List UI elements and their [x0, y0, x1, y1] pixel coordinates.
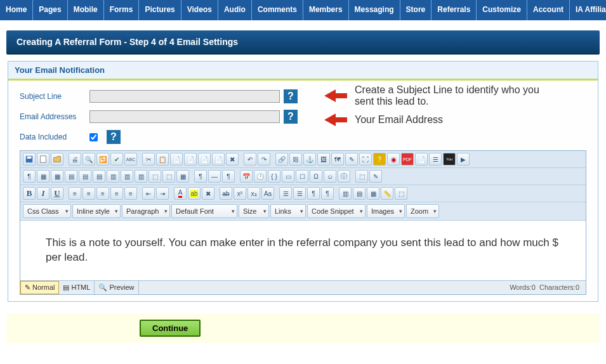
smallcaps-icon[interactable]: Aa	[261, 187, 274, 200]
subscript-icon[interactable]: x₂	[247, 187, 260, 200]
select-all-icon[interactable]: ⬚	[355, 170, 368, 183]
delete-col-icon[interactable]: ▥	[135, 170, 147, 183]
underline-button[interactable]: U	[51, 187, 63, 200]
nav-pictures[interactable]: Pictures	[139, 0, 181, 20]
outdent-icon[interactable]: ⇤	[142, 187, 155, 200]
nav-comments[interactable]: Comments	[252, 0, 303, 20]
data-included-help-button[interactable]: ?	[107, 130, 121, 144]
nav-members[interactable]: Members	[303, 0, 349, 20]
backcolor-icon[interactable]: ab	[188, 187, 201, 200]
inline-style-dropdown[interactable]: Inline style	[72, 204, 121, 218]
nav-home[interactable]: Home	[0, 0, 33, 20]
nav-messaging[interactable]: Messaging	[349, 0, 400, 20]
dropcap-icon[interactable]: ¶	[23, 170, 36, 183]
about-icon[interactable]: ⓘ	[338, 170, 350, 183]
zoom-dropdown[interactable]: Zoom	[406, 204, 439, 218]
link-icon[interactable]: 🔗	[275, 153, 288, 166]
template-icon[interactable]: ☰	[429, 153, 442, 166]
image-map-icon[interactable]: 🗺	[331, 153, 344, 166]
subject-help-button[interactable]: ?	[284, 89, 298, 103]
nav-store[interactable]: Store	[400, 0, 432, 20]
italic-button[interactable]: I	[37, 187, 49, 200]
clear-format-icon[interactable]: ✖	[226, 153, 239, 166]
flash-icon[interactable]: ◉	[387, 153, 400, 166]
split-cell-icon[interactable]: ⬚	[162, 170, 175, 183]
forecolor-icon[interactable]: A	[174, 187, 187, 200]
unlink-icon[interactable]: ⛓	[289, 153, 302, 166]
css-class-dropdown[interactable]: Css Class	[23, 204, 71, 218]
paste-text-icon[interactable]: 📄	[184, 153, 197, 166]
editor-content[interactable]: This is a note to yourself. You can make…	[20, 221, 586, 280]
ruler-icon[interactable]: 📏	[381, 187, 393, 200]
nav-mobile[interactable]: Mobile	[68, 0, 104, 20]
copy-icon[interactable]: 📋	[156, 153, 169, 166]
strike-icon[interactable]: ab	[220, 187, 232, 200]
images-dropdown[interactable]: Images	[367, 204, 405, 218]
youtube-icon[interactable]: You	[443, 153, 456, 166]
nav-account[interactable]: Account	[527, 0, 570, 20]
row-layout-icon[interactable]: ▤	[353, 187, 366, 200]
paste-icon[interactable]: 📄	[170, 153, 183, 166]
nav-videos[interactable]: Videos	[181, 0, 218, 20]
format-code-icon[interactable]: { }	[268, 170, 280, 183]
emoji-icon[interactable]: ☺	[324, 170, 336, 183]
save-icon[interactable]	[23, 153, 36, 166]
ul-icon[interactable]: ☰	[279, 187, 292, 200]
insert-row-below-icon[interactable]: ▤	[79, 170, 91, 183]
subject-line-input[interactable]	[89, 90, 280, 103]
insert-hr-icon[interactable]: —	[208, 170, 221, 183]
table-wizard-icon[interactable]: ▦	[51, 170, 63, 183]
col-layout-icon[interactable]: ▥	[339, 187, 352, 200]
grid-layout-icon[interactable]: ▦	[367, 187, 379, 200]
code-snippet-dropdown[interactable]: Code Snippet	[307, 204, 366, 218]
mode-tab-html[interactable]: ▤HTML	[59, 281, 95, 294]
paragraph-dropdown[interactable]: Paragraph	[122, 204, 170, 218]
data-included-checkbox[interactable]	[89, 133, 98, 141]
help-icon[interactable]: ?	[373, 153, 386, 166]
print-icon[interactable]: 🖨	[69, 153, 81, 166]
nav-customize[interactable]: Customize	[477, 0, 527, 20]
document-icon[interactable]: 📄	[415, 153, 428, 166]
nav-ia-affiliate[interactable]: IA Affiliate	[570, 0, 606, 20]
addresses-help-button[interactable]: ?	[284, 110, 298, 124]
select-icon[interactable]: ⬚	[395, 187, 407, 200]
pencil-icon[interactable]: ✎	[345, 153, 358, 166]
omega-icon[interactable]: Ω	[310, 170, 322, 183]
font-dropdown[interactable]: Default Font	[171, 204, 237, 218]
insert-table-icon[interactable]: ▦	[37, 170, 49, 183]
ol-icon[interactable]: ☰	[293, 187, 306, 200]
spellcheck-abc-icon[interactable]: ABC	[124, 153, 137, 166]
align-none-icon[interactable]: ≡	[124, 187, 137, 200]
open-icon[interactable]	[51, 153, 63, 166]
continue-button[interactable]: Continue	[140, 320, 201, 337]
cut-icon[interactable]: ✂	[142, 153, 155, 166]
mode-tab-preview[interactable]: 🔍Preview	[95, 281, 138, 294]
remove-format-icon[interactable]: ✖	[202, 187, 214, 200]
insert-col-left-icon[interactable]: ▥	[107, 170, 119, 183]
new-icon[interactable]	[37, 153, 49, 166]
anchor-icon[interactable]: ⚓	[303, 153, 316, 166]
delete-row-icon[interactable]: ▤	[93, 170, 105, 183]
insert-row-above-icon[interactable]: ▤	[65, 170, 77, 183]
undo-icon[interactable]: ↶	[244, 153, 256, 166]
links-dropdown[interactable]: Links	[270, 204, 306, 218]
paste-html-icon[interactable]: 📄	[212, 153, 225, 166]
align-left-icon[interactable]: ≡	[69, 187, 81, 200]
bold-button[interactable]: B	[23, 187, 36, 200]
module-icon[interactable]: ☐	[296, 170, 308, 183]
format-block-icon[interactable]: ▭	[282, 170, 294, 183]
insert-date-icon[interactable]: 📅	[240, 170, 253, 183]
media-icon[interactable]: ▶	[457, 153, 470, 166]
fullscreen-icon[interactable]: ⛶	[359, 153, 372, 166]
indent-icon[interactable]: ⇥	[156, 187, 169, 200]
rtl-icon[interactable]: ¶	[321, 187, 334, 200]
align-center-icon[interactable]: ≡	[82, 187, 95, 200]
nav-pages[interactable]: Pages	[33, 0, 67, 20]
nav-audio[interactable]: Audio	[218, 0, 252, 20]
find-icon[interactable]: 🔍	[82, 153, 95, 166]
superscript-icon[interactable]: x²	[234, 187, 246, 200]
redo-icon[interactable]: ↷	[258, 153, 270, 166]
size-dropdown[interactable]: Size	[239, 204, 269, 218]
merge-cells-icon[interactable]: ⬚	[148, 170, 161, 183]
email-addresses-input[interactable]	[89, 110, 280, 123]
